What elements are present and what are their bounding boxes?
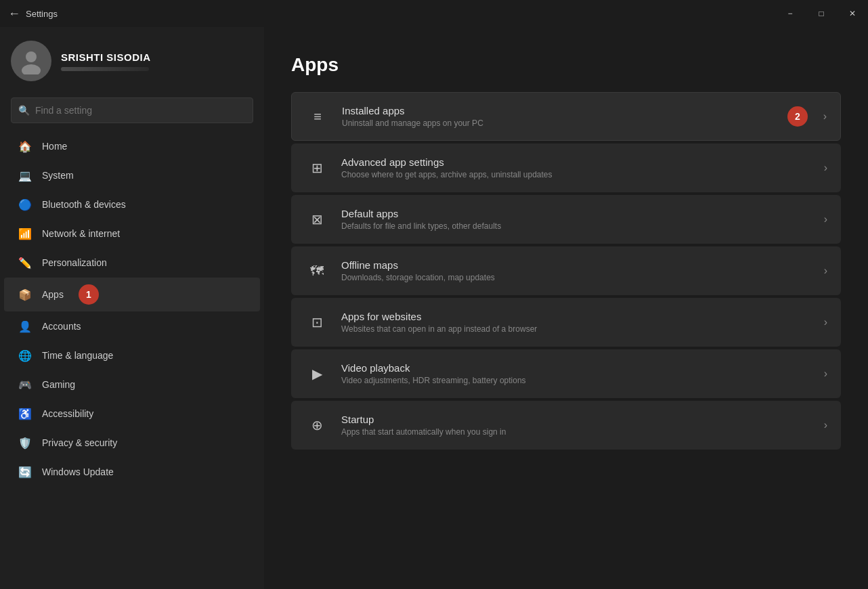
window-controls: − □ ✕ xyxy=(775,0,868,27)
installed-apps-chevron: › xyxy=(823,110,827,123)
sidebar-item-home[interactable]: 🏠 Home xyxy=(4,132,260,160)
advanced-app-settings-text: Advanced app settings Choose where to ge… xyxy=(341,156,812,179)
search-box[interactable]: 🔍 xyxy=(11,97,253,123)
app-title: Settings xyxy=(26,9,58,19)
apps-for-websites-chevron: › xyxy=(824,316,827,328)
accessibility-icon: ♿ xyxy=(18,406,32,421)
titlebar: ← Settings − □ ✕ xyxy=(0,0,868,27)
advanced-app-settings-icon: ⊞ xyxy=(305,156,329,180)
sidebar: SRISHTI SISODIA 🔍 🏠 Home 💻 System 🔵 Blue… xyxy=(0,27,264,589)
system-icon: 💻 xyxy=(18,168,32,183)
sidebar-item-accounts[interactable]: 👤 Accounts xyxy=(4,312,260,341)
installed-apps-icon: ≡ xyxy=(305,104,330,129)
sidebar-label-bluetooth: Bluetooth & devices xyxy=(42,199,126,210)
settings-item-apps-for-websites[interactable]: ⊡ Apps for websites Websites that can op… xyxy=(291,298,841,347)
apps-icon: 📦 xyxy=(18,287,32,302)
minimize-button[interactable]: − xyxy=(775,0,806,27)
sidebar-item-apps[interactable]: 📦 Apps 1 xyxy=(4,278,260,311)
settings-item-installed-apps[interactable]: ≡ Installed apps Uninstall and manage ap… xyxy=(291,92,841,141)
sidebar-item-gaming[interactable]: 🎮 Gaming xyxy=(4,370,260,399)
installed-apps-desc: Uninstall and manage apps on your PC xyxy=(342,118,811,128)
page-title: Apps xyxy=(291,54,841,76)
sidebar-label-network: Network & internet xyxy=(42,228,120,239)
privacy-icon: 🛡️ xyxy=(18,435,32,450)
personalization-icon: ✏️ xyxy=(18,255,32,270)
advanced-app-settings-title: Advanced app settings xyxy=(341,156,812,168)
sidebar-item-privacy[interactable]: 🛡️ Privacy & security xyxy=(4,429,260,457)
sidebar-label-update: Windows Update xyxy=(42,466,114,477)
sidebar-item-system[interactable]: 💻 System xyxy=(4,161,260,190)
search-container: 🔍 xyxy=(0,95,264,131)
sidebar-item-personalization[interactable]: ✏️ Personalization xyxy=(4,248,260,277)
sidebar-label-apps: Apps xyxy=(42,289,64,300)
default-apps-chevron: › xyxy=(824,213,827,225)
settings-item-startup[interactable]: ⊕ Startup Apps that start automatically … xyxy=(291,401,841,450)
offline-maps-text: Offline maps Downloads, storage location… xyxy=(341,259,812,282)
user-profile[interactable]: SRISHTI SISODIA xyxy=(0,27,264,95)
sidebar-label-accessibility: Accessibility xyxy=(42,408,93,419)
avatar xyxy=(11,41,51,81)
home-icon: 🏠 xyxy=(18,139,32,154)
user-bar xyxy=(61,67,149,71)
offline-maps-icon: 🗺 xyxy=(305,259,329,283)
time-icon: 🌐 xyxy=(18,348,32,363)
nav-list: 🏠 Home 💻 System 🔵 Bluetooth & devices 📶 … xyxy=(0,131,264,487)
sidebar-label-system: System xyxy=(42,170,74,181)
user-info: SRISHTI SISODIA xyxy=(61,51,151,71)
startup-chevron: › xyxy=(824,419,827,431)
default-apps-icon: ⊠ xyxy=(305,207,329,232)
sidebar-label-personalization: Personalization xyxy=(42,257,107,268)
advanced-app-settings-desc: Choose where to get apps, archive apps, … xyxy=(341,170,812,179)
settings-item-advanced-app-settings[interactable]: ⊞ Advanced app settings Choose where to … xyxy=(291,144,841,192)
back-button[interactable]: ← xyxy=(8,7,20,21)
gaming-icon: 🎮 xyxy=(18,377,32,392)
startup-text: Startup Apps that start automatically wh… xyxy=(341,414,812,437)
installed-apps-title: Installed apps xyxy=(342,105,811,116)
sidebar-label-privacy: Privacy & security xyxy=(42,437,117,448)
user-name: SRISHTI SISODIA xyxy=(61,51,151,63)
svg-point-0 xyxy=(26,51,37,62)
annotation-badge-2: 2 xyxy=(787,106,808,127)
offline-maps-title: Offline maps xyxy=(341,259,812,271)
accounts-icon: 👤 xyxy=(18,319,32,334)
offline-maps-chevron: › xyxy=(824,265,827,277)
close-button[interactable]: ✕ xyxy=(837,0,868,27)
search-icon: 🔍 xyxy=(18,105,30,116)
sidebar-label-gaming: Gaming xyxy=(42,379,75,390)
startup-title: Startup xyxy=(341,414,812,425)
svg-point-1 xyxy=(22,64,41,74)
sidebar-item-bluetooth[interactable]: 🔵 Bluetooth & devices xyxy=(4,190,260,219)
startup-desc: Apps that start automatically when you s… xyxy=(341,427,812,437)
video-playback-icon: ▶ xyxy=(305,362,329,386)
settings-list: ≡ Installed apps Uninstall and manage ap… xyxy=(291,92,841,450)
bluetooth-icon: 🔵 xyxy=(18,197,32,212)
main-layout: SRISHTI SISODIA 🔍 🏠 Home 💻 System 🔵 Blue… xyxy=(0,27,868,589)
apps-for-websites-text: Apps for websites Websites that can open… xyxy=(341,311,812,334)
content-area: Apps ≡ Installed apps Uninstall and mana… xyxy=(264,27,868,589)
apps-for-websites-desc: Websites that can open in an app instead… xyxy=(341,324,812,334)
default-apps-title: Default apps xyxy=(341,208,812,219)
advanced-app-settings-chevron: › xyxy=(824,162,827,174)
sidebar-item-accessibility[interactable]: ♿ Accessibility xyxy=(4,399,260,428)
settings-item-offline-maps[interactable]: 🗺 Offline maps Downloads, storage locati… xyxy=(291,246,841,295)
video-playback-chevron: › xyxy=(824,368,827,380)
sidebar-label-accounts: Accounts xyxy=(42,321,81,332)
sidebar-label-time: Time & language xyxy=(42,350,113,361)
offline-maps-desc: Downloads, storage location, map updates xyxy=(341,273,812,282)
default-apps-desc: Defaults for file and link types, other … xyxy=(341,221,812,231)
update-icon: 🔄 xyxy=(18,464,32,479)
startup-icon: ⊕ xyxy=(305,413,329,437)
apps-for-websites-icon: ⊡ xyxy=(305,310,329,334)
default-apps-text: Default apps Defaults for file and link … xyxy=(341,208,812,231)
video-playback-text: Video playback Video adjustments, HDR st… xyxy=(341,362,812,385)
search-input[interactable] xyxy=(35,105,246,116)
sidebar-item-time[interactable]: 🌐 Time & language xyxy=(4,341,260,370)
settings-item-video-playback[interactable]: ▶ Video playback Video adjustments, HDR … xyxy=(291,349,841,398)
installed-apps-text: Installed apps Uninstall and manage apps… xyxy=(342,105,811,128)
settings-item-default-apps[interactable]: ⊠ Default apps Defaults for file and lin… xyxy=(291,195,841,244)
annotation-badge-1: 1 xyxy=(79,284,99,305)
maximize-button[interactable]: □ xyxy=(806,0,837,27)
sidebar-label-home: Home xyxy=(42,141,67,152)
sidebar-item-network[interactable]: 📶 Network & internet xyxy=(4,219,260,248)
sidebar-item-update[interactable]: 🔄 Windows Update xyxy=(4,458,260,486)
